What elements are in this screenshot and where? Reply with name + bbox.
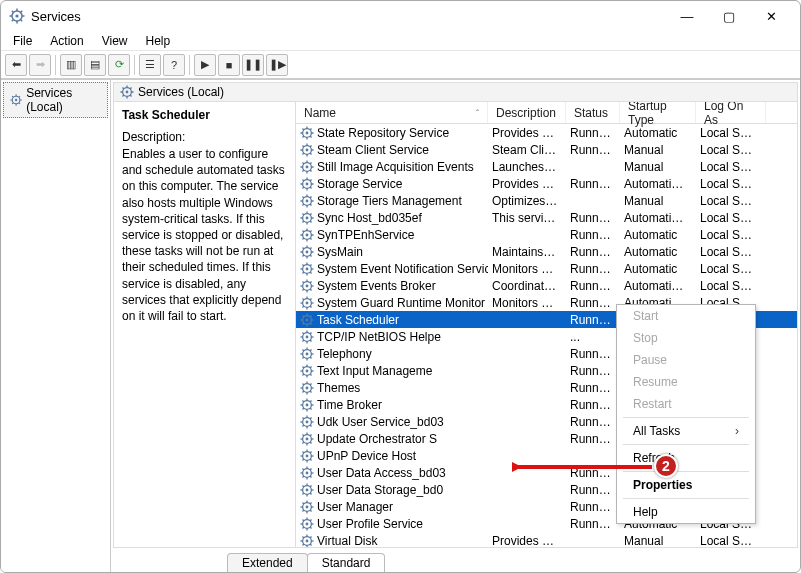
service-row[interactable]: SynTPEnhServiceRunningAutomaticLocal Sys…: [296, 226, 797, 243]
service-description: Maintains a...: [488, 245, 566, 259]
service-status: Running: [566, 177, 620, 191]
gear-icon: [300, 330, 314, 344]
back-button[interactable]: ⬅: [5, 54, 27, 76]
tabs: Extended Standard: [111, 550, 800, 572]
ctx-stop[interactable]: Stop: [617, 327, 755, 349]
close-button[interactable]: ✕: [750, 2, 792, 30]
ctx-properties[interactable]: Properties: [617, 474, 755, 496]
service-row[interactable]: Virtual DiskProvides m...ManualLocal Sys…: [296, 532, 797, 547]
column-startup-type[interactable]: Startup Type: [620, 102, 696, 123]
show-hide-tree-button[interactable]: ▥: [60, 54, 82, 76]
properties-button[interactable]: ☰: [139, 54, 161, 76]
gear-icon: [300, 381, 314, 395]
menu-action[interactable]: Action: [42, 32, 91, 50]
column-name[interactable]: Nameˆ: [296, 102, 488, 123]
help-button[interactable]: ?: [163, 54, 185, 76]
ctx-all-tasks[interactable]: All Tasks: [617, 420, 755, 442]
service-row[interactable]: Still Image Acquisition EventsLaunches a…: [296, 158, 797, 175]
service-row[interactable]: System Event Notification ServiceMonitor…: [296, 260, 797, 277]
column-description[interactable]: Description: [488, 102, 566, 123]
service-status: Running: [566, 364, 620, 378]
start-service-button[interactable]: ▶: [194, 54, 216, 76]
restart-service-button[interactable]: ❚▶: [266, 54, 288, 76]
service-name: Storage Service: [317, 177, 402, 191]
service-logon: Local Syste...: [696, 262, 766, 276]
service-name: Sync Host_bd035ef: [317, 211, 422, 225]
service-status: Running: [566, 483, 620, 497]
service-row[interactable]: System Events BrokerCoordinates...Runnin…: [296, 277, 797, 294]
gear-icon: [300, 279, 314, 293]
service-name: Still Image Acquisition Events: [317, 160, 474, 174]
gear-icon: [300, 432, 314, 446]
gear-icon: [300, 313, 314, 327]
service-row[interactable]: SysMainMaintains a...RunningAutomaticLoc…: [296, 243, 797, 260]
gear-icon: [300, 449, 314, 463]
service-status: Running: [566, 500, 620, 514]
service-status: Running: [566, 262, 620, 276]
menu-file[interactable]: File: [5, 32, 40, 50]
service-startup-type: Automatic (T...: [620, 279, 696, 293]
ctx-start[interactable]: Start: [617, 305, 755, 327]
annotation-arrow-2: [512, 460, 656, 474]
gear-icon: [300, 534, 314, 548]
minimize-button[interactable]: —: [666, 2, 708, 30]
service-row[interactable]: Storage ServiceProvides en...RunningAuto…: [296, 175, 797, 192]
maximize-button[interactable]: ▢: [708, 2, 750, 30]
service-row[interactable]: Storage Tiers ManagementOptimizes t...Ma…: [296, 192, 797, 209]
tree-item-services-local[interactable]: Services (Local): [3, 82, 108, 118]
gear-icon: [10, 93, 22, 107]
service-row[interactable]: Steam Client ServiceSteam Clien...Runnin…: [296, 141, 797, 158]
service-status: Running: [566, 211, 620, 225]
service-status: Running: [566, 398, 620, 412]
tab-standard[interactable]: Standard: [307, 553, 386, 572]
service-status: Running: [566, 313, 620, 327]
service-status: Running: [566, 228, 620, 242]
service-status: ...: [566, 330, 620, 344]
toolbar: ⬅ ➡ ▥ ▤ ⟳ ☰ ? ▶ ■ ❚❚ ❚▶: [1, 51, 800, 79]
service-logon: Local Syste...: [696, 534, 766, 548]
service-name: State Repository Service: [317, 126, 449, 140]
refresh-button[interactable]: ⟳: [108, 54, 130, 76]
gear-icon: [300, 228, 314, 242]
services-list: Nameˆ Description Status Startup Type Lo…: [296, 102, 797, 547]
service-startup-type: Manual: [620, 160, 696, 174]
forward-button[interactable]: ➡: [29, 54, 51, 76]
tab-extended[interactable]: Extended: [227, 553, 308, 572]
column-status[interactable]: Status: [566, 102, 620, 123]
service-status: Running: [566, 517, 620, 531]
menu-help[interactable]: Help: [138, 32, 179, 50]
pause-service-button[interactable]: ❚❚: [242, 54, 264, 76]
gear-icon: [300, 466, 314, 480]
ctx-help[interactable]: Help: [617, 501, 755, 523]
ctx-pause[interactable]: Pause: [617, 349, 755, 371]
service-name: User Data Access_bd03: [317, 466, 446, 480]
service-name: Telephony: [317, 347, 372, 361]
service-description: Provides m...: [488, 534, 566, 548]
ctx-restart[interactable]: Restart: [617, 393, 755, 415]
service-status: Running: [566, 415, 620, 429]
service-name: Storage Tiers Management: [317, 194, 462, 208]
tree-item-label: Services (Local): [26, 86, 101, 114]
menu-view[interactable]: View: [94, 32, 136, 50]
titlebar: Services — ▢ ✕: [1, 1, 800, 31]
service-name: Steam Client Service: [317, 143, 429, 157]
service-status: Running: [566, 296, 620, 310]
service-name: User Data Storage_bd0: [317, 483, 443, 497]
service-name: User Manager: [317, 500, 393, 514]
service-row[interactable]: State Repository ServiceProvides re...Ru…: [296, 124, 797, 141]
gear-icon: [300, 296, 314, 310]
service-logon: Local Syste...: [696, 126, 766, 140]
gear-icon: [300, 126, 314, 140]
service-startup-type: Manual: [620, 143, 696, 157]
service-name: SynTPEnhService: [317, 228, 414, 242]
service-description: Provides re...: [488, 126, 566, 140]
export-list-button[interactable]: ▤: [84, 54, 106, 76]
gear-icon: [300, 415, 314, 429]
column-logon[interactable]: Log On As: [696, 102, 766, 123]
app-icon: [9, 8, 25, 24]
service-startup-type: Automatic (...: [620, 177, 696, 191]
gear-icon: [300, 398, 314, 412]
ctx-resume[interactable]: Resume: [617, 371, 755, 393]
stop-service-button[interactable]: ■: [218, 54, 240, 76]
service-row[interactable]: Sync Host_bd035efThis service ...Running…: [296, 209, 797, 226]
